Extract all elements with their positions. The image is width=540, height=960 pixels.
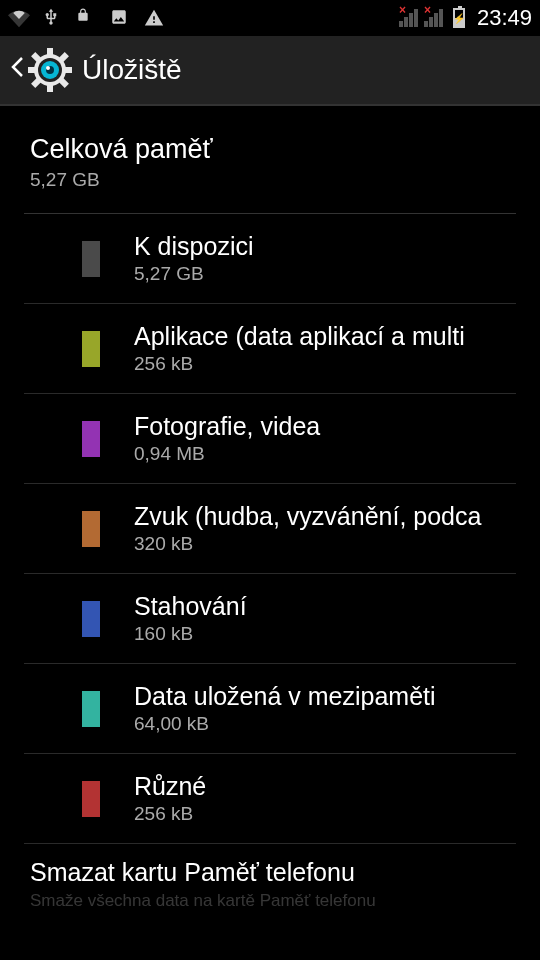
- item-value: 320 kB: [134, 533, 486, 555]
- storage-item[interactable]: K dispozici5,27 GB: [24, 214, 516, 304]
- erase-card-title: Smazat kartu Paměť telefonu: [30, 858, 510, 887]
- svg-rect-1: [47, 48, 53, 56]
- color-swatch: [82, 331, 100, 367]
- color-swatch: [82, 421, 100, 457]
- item-title: K dispozici: [134, 232, 486, 261]
- item-value: 64,00 kB: [134, 713, 486, 735]
- item-title: Data uložená v mezipaměti: [134, 682, 486, 711]
- item-text: Různé256 kB: [134, 772, 486, 825]
- item-value: 256 kB: [134, 803, 486, 825]
- item-title: Zvuk (hudba, vyzvánění, podca: [134, 502, 486, 531]
- color-swatch: [82, 241, 100, 277]
- item-title: Aplikace (data aplikací a multi: [134, 322, 486, 351]
- svg-point-12: [46, 66, 50, 70]
- back-icon[interactable]: [10, 56, 24, 84]
- app-icon: [28, 48, 72, 92]
- image-icon: [110, 8, 130, 28]
- item-text: Aplikace (data aplikací a multi256 kB: [134, 322, 486, 375]
- item-text: Zvuk (hudba, vyzvánění, podca320 kB: [134, 502, 486, 555]
- status-bar: × × ⚡ 23:49: [0, 0, 540, 36]
- svg-rect-4: [64, 67, 72, 73]
- item-text: Stahování160 kB: [134, 592, 486, 645]
- erase-card-subtitle: Smaže všechna data na kartě Paměť telefo…: [30, 891, 510, 911]
- item-value: 256 kB: [134, 353, 486, 375]
- signal-icon-1: ×: [399, 9, 420, 27]
- item-text: Data uložená v mezipaměti64,00 kB: [134, 682, 486, 735]
- total-memory-header: Celková paměť 5,27 GB: [0, 116, 540, 199]
- item-title: Různé: [134, 772, 486, 801]
- status-right: × × ⚡ 23:49: [399, 5, 532, 31]
- wifi-icon: [8, 8, 28, 28]
- warning-icon: [144, 8, 164, 28]
- item-value: 5,27 GB: [134, 263, 486, 285]
- content: Celková paměť 5,27 GB K dispozici5,27 GB…: [0, 106, 540, 911]
- status-left: [8, 8, 164, 28]
- storage-item[interactable]: Různé256 kB: [24, 754, 516, 844]
- action-bar[interactable]: Úložiště: [0, 36, 540, 106]
- item-title: Fotografie, videa: [134, 412, 486, 441]
- battery-icon: ⚡: [453, 8, 465, 28]
- storage-item[interactable]: Stahování160 kB: [24, 574, 516, 664]
- item-title: Stahování: [134, 592, 486, 621]
- total-memory-label: Celková paměť: [30, 134, 510, 165]
- item-value: 160 kB: [134, 623, 486, 645]
- storage-item[interactable]: Data uložená v mezipaměti64,00 kB: [24, 664, 516, 754]
- erase-card-item[interactable]: Smazat kartu Paměť telefonu Smaže všechn…: [0, 844, 540, 911]
- color-swatch: [82, 781, 100, 817]
- storage-list: K dispozici5,27 GBAplikace (data aplikac…: [0, 214, 540, 844]
- total-memory-value: 5,27 GB: [30, 169, 510, 191]
- svg-rect-2: [47, 84, 53, 92]
- usb-icon: [42, 8, 62, 28]
- svg-rect-3: [28, 67, 36, 73]
- item-text: Fotografie, videa0,94 MB: [134, 412, 486, 465]
- signal-icon-2: ×: [424, 9, 445, 27]
- color-swatch: [82, 691, 100, 727]
- item-text: K dispozici5,27 GB: [134, 232, 486, 285]
- item-value: 0,94 MB: [134, 443, 486, 465]
- storage-item[interactable]: Fotografie, videa0,94 MB: [24, 394, 516, 484]
- storage-item[interactable]: Aplikace (data aplikací a multi256 kB: [24, 304, 516, 394]
- color-swatch: [82, 511, 100, 547]
- storage-item[interactable]: Zvuk (hudba, vyzvánění, podca320 kB: [24, 484, 516, 574]
- clock: 23:49: [477, 5, 532, 31]
- page-title: Úložiště: [82, 54, 182, 86]
- color-swatch: [82, 601, 100, 637]
- lock-icon: [76, 8, 96, 28]
